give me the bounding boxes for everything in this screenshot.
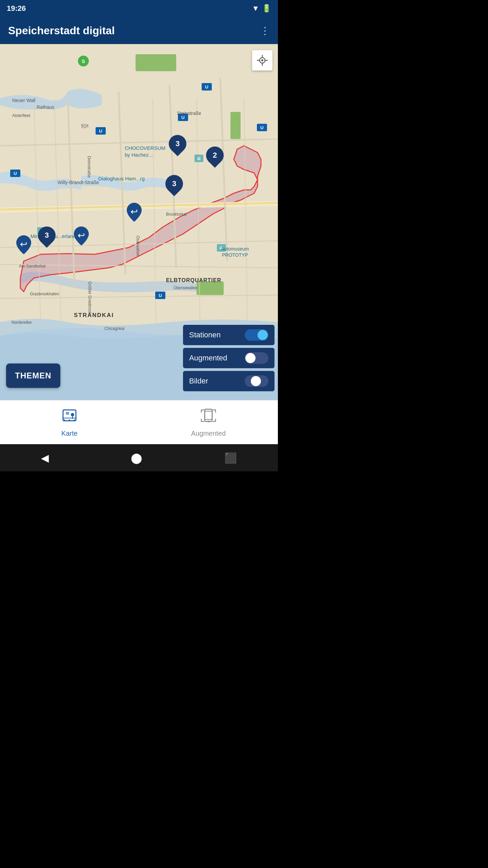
svg-text:↩: ↩ (130, 206, 138, 217)
map-label-ueberseeallee: Überseeallee (174, 285, 198, 290)
map-label-elbtorquartier: ELBTORQUARTIER (166, 277, 221, 283)
map-pin-3-chocoversum: 3 (169, 135, 186, 153)
svg-text:S: S (82, 59, 85, 64)
nav-item-karte[interactable]: Karte (0, 407, 139, 437)
svg-point-55 (64, 419, 65, 421)
location-icon (256, 54, 268, 66)
augmented-nav-icon (200, 407, 217, 428)
map-pin-3-dialoghaus: 3 (165, 175, 183, 193)
augmented-nav-label: Augmented (191, 430, 226, 437)
android-nav-bar: ◀ ⬤ ⬛ (0, 444, 278, 471)
location-button[interactable] (252, 50, 272, 71)
bilder-knob (251, 376, 261, 386)
map-label-prototyp: PROTOTYP (222, 252, 248, 258)
bottom-navigation: Karte Augmented (0, 400, 278, 444)
map-label-neuerwall: Neuer Wall (12, 98, 36, 103)
map-label-domstrasse: Domstraße (87, 156, 92, 178)
map-label-norderelbe: Norderelbe (12, 320, 32, 325)
map-label-grasbrookhafen: Grasbrookhafen (30, 292, 59, 296)
svg-rect-1 (136, 54, 176, 71)
svg-point-52 (71, 413, 74, 416)
stationen-knob (258, 330, 268, 340)
svg-point-56 (69, 419, 70, 421)
map-label-chocoversum: CHOCOVERSUM (125, 145, 165, 151)
themen-label: THEMEN (15, 371, 51, 380)
recents-button[interactable]: ⬛ (224, 452, 237, 464)
svg-text:U: U (159, 293, 162, 298)
map-pin-3-miniatur: 3 (38, 226, 56, 244)
svg-rect-51 (66, 412, 69, 415)
karte-label: Karte (61, 430, 78, 437)
svg-point-57 (74, 419, 75, 421)
map-label-sandtorkai: Am Sandtorkai (19, 264, 46, 269)
map-label-chicagokai: Chicagokai (104, 326, 124, 331)
map-label-osakaallee: Osakaallee (136, 236, 140, 256)
bilder-switch[interactable] (245, 375, 268, 387)
map-pin-arrow-farleft: ↩ (13, 234, 35, 257)
nav-item-augmented[interactable]: Augmented (139, 407, 278, 437)
map-pin-2: 2 (206, 146, 224, 164)
map-label-willybrandt: Willy-Brandt-Straße (58, 180, 99, 185)
augmented-toggle-row[interactable]: Augmented (183, 348, 274, 368)
bilder-label: Bilder (189, 377, 208, 386)
svg-rect-3 (230, 112, 241, 139)
svg-text:U: U (99, 129, 102, 134)
more-options-icon[interactable]: ⋮ (260, 25, 270, 36)
svg-point-61 (208, 421, 209, 422)
stationen-toggle-row[interactable]: Stationen (183, 325, 274, 345)
map-label-automuseum: Automuseum (221, 246, 249, 252)
svg-point-42 (261, 59, 263, 61)
svg-rect-2 (197, 281, 224, 295)
bilder-toggle-row[interactable]: Bilder (183, 371, 274, 391)
map-label-hachez: by Hachez... (125, 152, 153, 158)
map-pin-arrow-center: ↩ (123, 201, 145, 224)
svg-text:🍽: 🍽 (81, 122, 88, 130)
app-title: Speicherstadt digital (8, 24, 115, 37)
stationen-label: Stationen (189, 331, 221, 339)
map-label-steinstrasse: Steinstraße (177, 111, 201, 116)
map-label-rathaus: Rathaus (37, 104, 54, 110)
map-label-strandkai: STRANDKAI (74, 312, 114, 319)
map-label-brooktorkai: Brooktorkai (166, 212, 187, 217)
status-icons: ▼ 🔋 (252, 4, 271, 13)
svg-text:↩: ↩ (20, 239, 27, 249)
svg-text:U: U (260, 125, 263, 130)
status-bar: 19:26 ▼ 🔋 (0, 0, 278, 17)
time-display: 19:26 (7, 4, 26, 13)
augmented-switch[interactable] (245, 352, 268, 364)
svg-text:🏛: 🏛 (197, 156, 201, 161)
overlay-controls: Stationen Augmented Bilder (183, 325, 274, 391)
map-label-grosser-grasbrook: Größer Grasbrook (87, 281, 92, 314)
svg-text:U: U (14, 171, 17, 176)
themen-button[interactable]: THEMEN (6, 363, 60, 388)
map-label-dialoghaus: Dialoghaus Ham...rg (98, 176, 145, 181)
svg-text:U: U (205, 84, 208, 90)
wifi-icon: ▼ (252, 4, 259, 13)
map-pin-arrow-left: ↩ (70, 225, 92, 248)
augmented-knob (245, 353, 256, 363)
app-bar: Speicherstadt digital ⋮ (0, 17, 278, 44)
map-view[interactable]: U U U U U U S 🏛 🏛 🏛 🍽 Rathaus Neuer Wall… (0, 44, 278, 400)
karte-icon (61, 407, 78, 428)
map-label-alsterfleet: Alsterfleet (12, 113, 30, 118)
augmented-label: Augmented (189, 354, 227, 362)
battery-icon: 🔋 (262, 4, 271, 13)
stationen-switch[interactable] (245, 329, 268, 341)
svg-text:↩: ↩ (78, 230, 85, 240)
home-button[interactable]: ⬤ (131, 452, 142, 464)
back-button[interactable]: ◀ (41, 452, 49, 464)
